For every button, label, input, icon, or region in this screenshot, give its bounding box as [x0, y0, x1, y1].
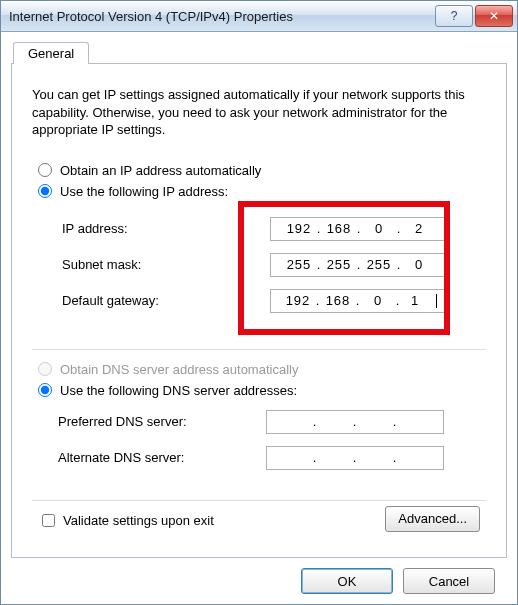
close-button[interactable]: ✕	[475, 5, 513, 27]
input-subnet-mask[interactable]: 255. 255. 255. 0	[270, 253, 448, 277]
tabstrip: General	[11, 40, 507, 64]
row-preferred-dns: Preferred DNS server: . . .	[38, 404, 480, 440]
radio-dns-auto-input	[38, 362, 52, 376]
window-title: Internet Protocol Version 4 (TCP/IPv4) P…	[9, 9, 433, 24]
text-cursor	[436, 294, 437, 308]
label-ip-address: IP address:	[42, 221, 270, 236]
radio-dns-manual-input[interactable]	[38, 383, 52, 397]
dialog-buttons: OK Cancel	[11, 558, 507, 594]
ok-button[interactable]: OK	[301, 568, 393, 594]
radio-ip-auto-input[interactable]	[38, 163, 52, 177]
separator-1	[32, 349, 486, 350]
close-icon: ✕	[489, 9, 499, 23]
input-ip-address[interactable]: 192. 168. 0. 2	[270, 217, 448, 241]
radio-dns-auto-label: Obtain DNS server address automatically	[60, 362, 298, 377]
help-icon: ?	[451, 9, 458, 23]
dialog-window: Internet Protocol Version 4 (TCP/IPv4) P…	[0, 0, 518, 605]
label-preferred-dns: Preferred DNS server:	[38, 414, 266, 429]
row-default-gateway: Default gateway: 192. 168. 0. 1	[42, 283, 476, 319]
tab-general[interactable]: General	[13, 42, 89, 64]
radio-ip-manual[interactable]: Use the following IP address:	[38, 184, 486, 199]
label-subnet-mask: Subnet mask:	[42, 257, 270, 272]
radio-dns-manual-label: Use the following DNS server addresses:	[60, 383, 297, 398]
advanced-button[interactable]: Advanced...	[385, 506, 480, 532]
cancel-button[interactable]: Cancel	[403, 568, 495, 594]
input-preferred-dns[interactable]: . . .	[266, 410, 444, 434]
radio-ip-auto-label: Obtain an IP address automatically	[60, 163, 261, 178]
client-area: General You can get IP settings assigned…	[1, 32, 517, 604]
tab-page-general: You can get IP settings assigned automat…	[11, 63, 507, 558]
input-default-gateway[interactable]: 192. 168. 0. 1	[270, 289, 448, 313]
dns-group: Obtain DNS server address automatically …	[32, 356, 486, 486]
help-button[interactable]: ?	[435, 5, 473, 27]
row-ip-address: IP address: 192. 168. 0. 2	[42, 211, 476, 247]
label-default-gateway: Default gateway:	[42, 293, 270, 308]
label-alternate-dns: Alternate DNS server:	[38, 450, 266, 465]
radio-ip-auto[interactable]: Obtain an IP address automatically	[38, 163, 486, 178]
input-alternate-dns[interactable]: . . .	[266, 446, 444, 470]
separator-2	[32, 500, 486, 501]
titlebar: Internet Protocol Version 4 (TCP/IPv4) P…	[1, 1, 517, 32]
radio-dns-manual[interactable]: Use the following DNS server addresses:	[38, 383, 486, 398]
ip-address-group: Obtain an IP address automatically Use t…	[32, 157, 486, 335]
row-alternate-dns: Alternate DNS server: . . .	[38, 440, 480, 476]
row-subnet-mask: Subnet mask: 255. 255. 255. 0	[42, 247, 476, 283]
radio-ip-manual-label: Use the following IP address:	[60, 184, 228, 199]
radio-dns-auto: Obtain DNS server address automatically	[38, 362, 486, 377]
radio-ip-manual-input[interactable]	[38, 184, 52, 198]
description-text: You can get IP settings assigned automat…	[32, 86, 486, 139]
ip-fields-block: IP address: 192. 168. 0. 2 Subnet mask:	[32, 205, 486, 335]
